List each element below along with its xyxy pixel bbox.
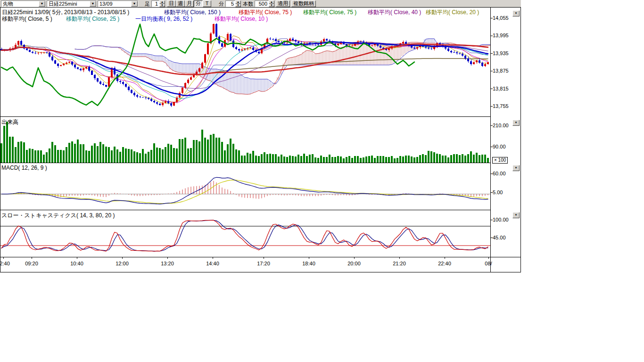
time-axis-tick-label: 20:00 <box>347 261 361 266</box>
period-button-day[interactable]: 日 <box>167 0 176 7</box>
time-axis-tick-label: 22:40 <box>438 261 451 266</box>
legend-item: 移動平均( Close, 25 ) <box>66 16 119 22</box>
price-axis-tick-label: 13,935 <box>493 50 514 56</box>
legend-item: 移動平均( Close, 5 ) <box>2 16 52 22</box>
time-axis-tick-label: 18:40 <box>302 261 315 266</box>
price-axis-tick-label: 13,875 <box>493 68 514 74</box>
price-axis-tick-label: 13,815 <box>493 86 514 91</box>
price-axis-tick-label: 14,055 <box>493 15 514 21</box>
legend-item: 日経225mini 13/09( 5分, 2013/08/13 - 2013/0… <box>2 9 129 16</box>
period-button-tick[interactable]: T <box>203 0 211 7</box>
legend-item: 移動平均( Close, 10 ) <box>215 16 268 22</box>
time-axis-tick-label: 08/ <box>485 261 492 266</box>
timeframe-label: 足 <box>145 1 150 7</box>
screen: 先物 ▼ 日経225mini ▼ 13/09 ▼ 足 1 ▲▼ 日週月分T 分 … <box>0 0 644 362</box>
price-axis-tick-label: 13,995 <box>493 33 514 38</box>
symbol-value: 日経225mini <box>47 1 90 7</box>
spinner-arrows-icon[interactable]: ▲▼ <box>235 0 241 7</box>
price-axis-tick-label: 13,755 <box>493 103 514 109</box>
legend-item: 移動平均( Close, 150 ) <box>164 9 221 16</box>
minute-unit-label: 分 <box>219 1 224 7</box>
legend-item: 一目均衡表( 9, 26, 52 ) <box>135 16 192 22</box>
minute-stepper[interactable]: 5 ▲▼ <box>225 0 241 7</box>
chevron-down-icon[interactable]: ▼ <box>131 1 138 7</box>
macd-axis-tick-label: 5.00 <box>493 189 514 195</box>
contract-month-value: 13/09 <box>98 1 131 7</box>
volume-panel-menu-button[interactable]: ▼ <box>512 120 520 126</box>
volume-multiplier-badge: × 100 <box>492 157 508 164</box>
interval-value: 1 <box>151 0 159 7</box>
time-axis-tick-label: 10:40 <box>70 261 83 266</box>
bars-value: 500 <box>255 0 269 7</box>
stoch-panel-menu-button[interactable]: ▼ <box>512 212 520 218</box>
spinner-arrows-icon[interactable]: ▲▼ <box>269 0 274 7</box>
interval-stepper[interactable]: 1 ▲▼ <box>151 0 165 7</box>
legend-item: 移動平均( Close, 20 ) <box>426 9 479 16</box>
time-axis-tick-label: 09:20 <box>25 261 38 266</box>
time-axis-tick-label: 21:20 <box>393 261 406 266</box>
instrument-type-value: 先物 <box>1 1 39 7</box>
chart-canvas[interactable] <box>0 0 521 272</box>
bars-stepper[interactable]: 500 ▲▼ <box>255 0 274 7</box>
instrument-type-select[interactable]: 先物 ▼ <box>1 0 46 7</box>
period-button-week[interactable]: 週 <box>176 0 185 7</box>
stochastics-panel-label: スロー・ストキャスティクス( 14, 3, 80, 20 ) <box>1 212 115 220</box>
contract-month-select[interactable]: 13/09 ▼ <box>98 0 138 7</box>
legend-item: 移動平均( Close, 40 ) <box>368 9 421 16</box>
toolbar: 先物 ▼ 日経225mini ▼ 13/09 ▼ 足 1 ▲▼ 日週月分T 分 … <box>0 0 521 7</box>
spinner-arrows-icon[interactable]: ▲▼ <box>159 0 165 7</box>
chevron-down-icon[interactable]: ▼ <box>39 1 45 7</box>
period-button-month[interactable]: 月 <box>185 0 194 7</box>
bars-label: 本数 <box>243 1 253 7</box>
macd-panel-label: MACD( 12, 26, 9 ) <box>1 165 47 171</box>
stoch-axis-tick-label: 100.00 <box>493 217 514 222</box>
apply-button[interactable]: 適用 <box>276 0 290 7</box>
stoch-axis-tick-label: 45.00 <box>493 235 514 240</box>
chevron-down-icon[interactable]: ▼ <box>90 1 96 7</box>
legend-item: 移動平均( Close, 75 ) <box>239 9 292 16</box>
time-axis-tick-label: 13:20 <box>161 261 174 266</box>
time-axis-tick-label: 12:00 <box>116 261 129 266</box>
minute-value: 5 <box>225 0 235 7</box>
time-axis-tick-label: 14:40 <box>206 261 219 266</box>
macd-axis-tick-label: 60.00 <box>493 171 514 176</box>
volume-axis-tick-label: 210.00 <box>493 123 514 128</box>
period-button-minute[interactable]: 分 <box>194 0 203 7</box>
price-panel-menu-button[interactable]: ▼ <box>512 10 520 16</box>
time-axis-tick-label: 17:20 <box>257 261 270 266</box>
legend-item: 移動平均( Close, 75 ) <box>303 9 356 16</box>
multi-symbol-button[interactable]: 複数銘柄 <box>291 0 316 7</box>
chart-application-window: 先物 ▼ 日経225mini ▼ 13/09 ▼ 足 1 ▲▼ 日週月分T 分 … <box>0 0 521 272</box>
volume-panel-label: 出来高 <box>1 118 18 126</box>
macd-panel-menu-button[interactable]: ▼ <box>512 165 520 171</box>
time-axis-tick-label: 02:40 <box>0 261 10 266</box>
period-button-group: 日週月分T <box>167 0 211 7</box>
volume-axis-tick-label: 90.00 <box>493 144 514 149</box>
symbol-select[interactable]: 日経225mini ▼ <box>47 0 97 7</box>
